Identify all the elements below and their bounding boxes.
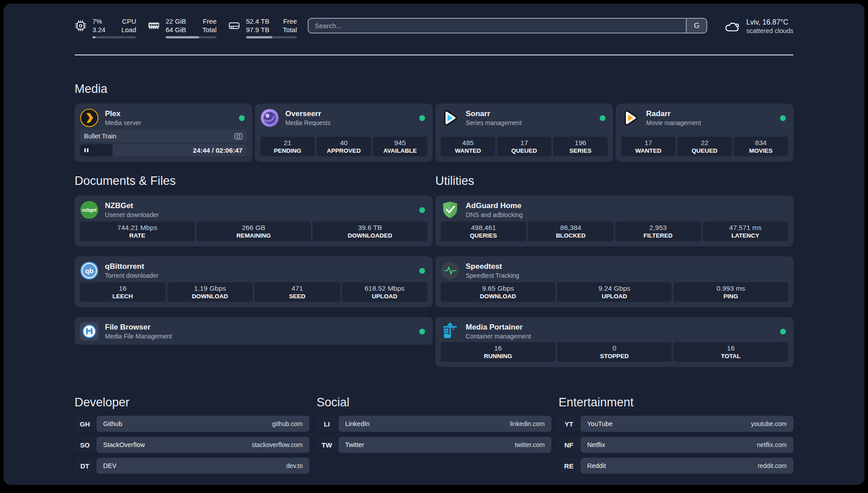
stat-value: 39.6 TB [358,224,382,232]
disk-free-label: Free [283,17,297,25]
stat-box: 47.571 ms LATENCY [703,221,789,241]
stat-label: PING [723,293,738,300]
app-card-nzbget[interactable]: nzbget NZBGet Usenet downloader 744.21 M… [75,196,433,246]
stat-value: 266 GB [242,224,266,232]
stat-label: WANTED [455,147,481,154]
section-utilities: Utilities AdGuard Home DNS and adblockin… [435,174,793,367]
section-social: Social LI LinkedIn linkedin.com TW Twitt… [317,396,551,479]
nzbget-icon: nzbget [80,201,99,219]
top-bar: 7% 3.24 CPU Load [75,17,793,38]
section-title-developer: Developer [75,396,309,409]
bookmark-netflix[interactable]: NF Netflix netflix.com [559,437,793,453]
app-name: Sonarr [466,109,522,119]
bookmark-name: Reddit [587,462,606,469]
header-divider [75,54,793,55]
stat-box: 16 LEECH [80,282,166,302]
disk-icon [228,20,240,32]
bookmark-url: netflix.com [757,441,787,448]
section-documents: Documents & Files nzbget NZBGet Usenet d… [75,174,433,367]
status-dot [419,329,425,334]
app-name: Media Portainer [466,322,531,332]
app-card-adguard[interactable]: AdGuard Home DNS and adblocking 498,461 … [435,196,793,246]
bookmark-dev[interactable]: DT DEV dev.to [75,458,309,474]
bookmark-stackoverflow[interactable]: SO StackOverflow stackoverflow.com [75,437,309,453]
stat-value: 485 [462,139,474,147]
app-card-filebrowser[interactable]: File Browser Media File Management [75,317,433,345]
cpu-icon [75,20,87,32]
app-name: File Browser [105,322,172,332]
app-card-plex[interactable]: Plex Media server Bullet Train [75,104,252,162]
disk-progress [246,36,297,38]
bookmark-github[interactable]: GH Github github.com [75,416,309,432]
stat-box: 40 APPROVED [317,137,371,156]
app-card-portainer[interactable]: Media Portainer Container management 16 … [435,317,793,367]
stat-label: BLOCKED [556,232,586,239]
app-card-overseerr[interactable]: Overseerr Media Requests 21 PENDING 40 A… [255,104,433,162]
bookmark-twitter[interactable]: TW Twitter twitter.com [317,437,551,453]
section-title-documents: Documents & Files [75,174,433,188]
dashboard: 7% 3.24 CPU Load [4,4,864,485]
memory-icon [148,20,160,32]
plex-icon [80,109,99,127]
weather-location-temp: Lviv, 16.87°C [746,18,793,27]
stat-box: 16 TOTAL [673,342,788,362]
overseerr-icon [260,109,279,127]
app-subtitle: DNS and adblocking [466,211,523,219]
stat-box: 618.52 Mbps UPLOAD [342,282,428,302]
stat-label: WANTED [635,147,662,154]
bookmark-reddit[interactable]: RE Reddit reddit.com [559,458,793,474]
search-engine-button[interactable]: G [686,19,706,33]
stat-label: RUNNING [484,353,512,359]
bookmark-url: linkedin.com [510,420,545,427]
status-dot [419,115,425,121]
search-bar: G [308,18,707,33]
stat-value: 17 [644,139,652,147]
app-card-radarr[interactable]: Radarr Movie management 17 WANTED 22 QUE… [616,104,793,162]
stat-box: 471 SEED [255,282,340,302]
bookmark-linkedin[interactable]: LI LinkedIn linkedin.com [317,416,551,432]
cpu-load-label: Load [121,25,136,34]
stat-value: 86,384 [560,224,581,232]
stat-value: 16 [119,284,126,292]
stat-box: 17 QUEUED [497,137,551,156]
bookmark-abbr: GH [75,416,95,432]
status-dot [780,329,786,334]
pause-icon[interactable] [84,144,89,156]
stat-box: 2,953 FILTERED [615,221,701,241]
cpu-progress [92,36,136,38]
disk-stat-widget: 52.4 TB 97.9 TB Free Total [228,17,297,38]
stat-box: 945 AVAILABLE [373,137,427,156]
bookmark-youtube[interactable]: YT YouTube youtube.com [559,416,793,432]
status-dot [419,207,425,213]
app-card-qbittorrent[interactable]: qb qBittorrent Torrent downloader 16 LEE… [75,256,433,307]
bookmark-name: Twitter [345,441,364,448]
stat-label: DOWNLOAD [192,293,228,300]
stat-label: PENDING [274,147,301,154]
section-entertainment: Entertainment YT YouTube youtube.com NF … [559,396,793,479]
cpu-stat-widget: 7% 3.24 CPU Load [75,17,136,38]
status-dot [780,115,786,121]
stat-value: 21 [284,139,291,147]
app-subtitle: Media File Management [105,332,172,340]
weather-widget: Lviv, 16.87°C scattered clouds [724,18,793,35]
stat-value: 0 [613,344,617,352]
bookmark-name: StackOverflow [103,441,145,448]
memory-free-label: Free [203,17,217,25]
playback-progress-bar[interactable]: 24:44 / 02:06:47 [80,144,247,156]
stat-value: 618.52 Mbps [364,284,405,292]
app-card-speedtest[interactable]: Speedtest Speedtest Tracking 9.65 Gbps D… [435,256,793,307]
stat-box: 0.993 ms PING [673,282,788,302]
search-input[interactable] [309,19,686,33]
app-subtitle: Torrent downloader [105,272,159,280]
stat-value: 9.24 Gbps [598,284,630,292]
bookmark-url: reddit.com [758,462,787,469]
stat-label: TOTAL [721,353,741,359]
stat-label: QUERIES [470,232,497,239]
section-media: Media Plex Media server B [75,82,793,162]
section-developer: Developer GH Github github.com SO StackO… [75,396,309,479]
stat-label: REMAINING [236,232,271,239]
bookmark-name: DEV [103,462,117,469]
stat-value: 471 [292,284,303,292]
app-card-sonarr[interactable]: Sonarr Series management 485 WANTED 17 Q… [435,104,613,162]
cpu-load: 3.24 [92,25,105,34]
